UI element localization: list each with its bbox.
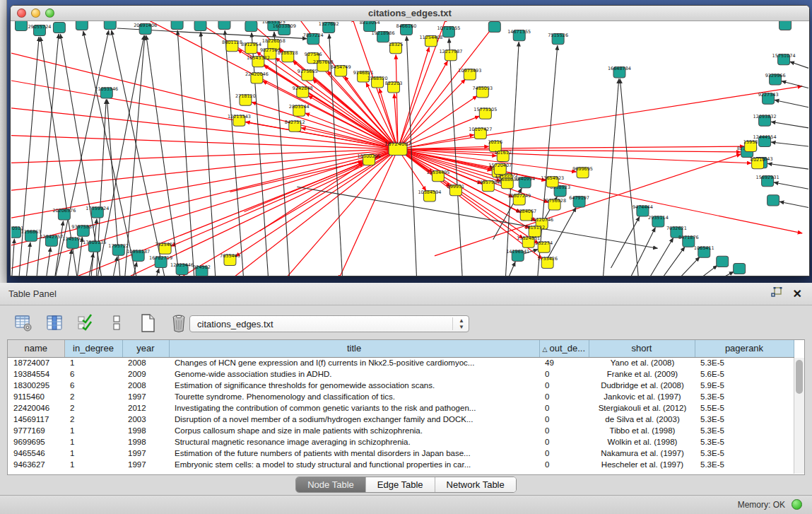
table-cell[interactable]: 9699695	[8, 436, 64, 448]
table-cell[interactable]: 0	[539, 436, 589, 448]
table-cell[interactable]: 18724007	[8, 357, 64, 368]
table-cell[interactable]: 2008	[122, 357, 169, 368]
table-selector[interactable]: citations_edges.txt ▲▼	[189, 315, 469, 332]
network-node[interactable]: 822203	[385, 81, 403, 93]
network-node[interactable]	[767, 195, 779, 206]
network-node[interactable]: 8454749	[331, 64, 351, 76]
table-row[interactable]: 1830029562008Estimation of significance …	[8, 380, 794, 391]
network-node[interactable]: 924502	[193, 264, 211, 276]
column-header-indegree[interactable]: in_degree	[64, 340, 122, 357]
table-cell[interactable]: 9465546	[8, 448, 64, 459]
column-header-short[interactable]: short	[589, 340, 695, 357]
table-cell[interactable]: 5.9E-5	[695, 380, 794, 391]
network-node[interactable]: 18807249	[507, 193, 531, 205]
network-node[interactable]: 11534495	[426, 170, 449, 182]
network-graph[interactable]: 2905572420691406106553251527602846616010…	[11, 21, 809, 276]
table-cell[interactable]: 6	[64, 380, 122, 391]
network-node[interactable]: 17359924	[86, 206, 109, 218]
network-node[interactable]	[717, 256, 729, 267]
table-cell[interactable]: 5.3E-5	[695, 459, 794, 470]
table-cell[interactable]: 2003	[122, 414, 169, 425]
network-node[interactable]: 16648784	[608, 66, 631, 78]
table-cell[interactable]: Structural magnetic resonance image aver…	[169, 436, 539, 448]
table-cell[interactable]: 0	[539, 402, 589, 414]
table-cell[interactable]: 0	[539, 459, 589, 470]
network-node[interactable]: 1527602	[319, 21, 339, 33]
table-row[interactable]: 946554611997Estimation of the future num…	[8, 448, 794, 459]
select-all-columns-icon[interactable]	[75, 313, 96, 334]
network-window-titlebar[interactable]: citations_edges.txt	[11, 6, 809, 21]
network-canvas[interactable]: 2905572420691406106553251527602846616010…	[11, 21, 809, 276]
table-cell[interactable]: de Silva et al. (2003)	[589, 414, 695, 425]
network-node[interactable]: 12093832	[753, 114, 777, 126]
network-node[interactable]: 79756928	[543, 198, 566, 210]
table-cell[interactable]: 2	[64, 391, 122, 402]
network-node[interactable]: 8466160	[396, 23, 417, 35]
network-node[interactable]: 1795722	[108, 243, 129, 255]
network-node[interactable]: 15692931	[756, 175, 779, 187]
network-node[interactable]: 12217987	[439, 49, 462, 61]
table-cell[interactable]: Nakamura et al. (1997)	[589, 448, 695, 459]
table-cell[interactable]: 0	[539, 414, 589, 425]
network-node[interactable]: 20691406	[134, 23, 157, 35]
column-header-title[interactable]: title	[169, 340, 539, 357]
close-panel-icon[interactable]: ✕	[793, 288, 802, 300]
table-row[interactable]: 1938455462009Genome-wide association stu…	[8, 368, 794, 380]
network-node[interactable]	[53, 23, 65, 33]
unselect-all-columns-icon[interactable]	[106, 313, 127, 334]
table-cell[interactable]: 22420046	[8, 402, 64, 414]
table-cell[interactable]: 5.5E-5	[695, 402, 794, 414]
table-cell[interactable]: Embryonic stem cells: a model to study s…	[169, 459, 539, 470]
network-node[interactable]: 9227343	[758, 92, 779, 104]
network-node[interactable]	[76, 21, 88, 30]
network-node[interactable]	[194, 21, 206, 31]
network-node[interactable]: 10210	[751, 157, 765, 169]
network-node[interactable]: 7635443	[220, 253, 240, 265]
table-cell[interactable]: Estimation of the future numbers of pati…	[169, 448, 539, 459]
network-node[interactable]: 20206576	[52, 208, 76, 220]
table-cell[interactable]: Tibbo et al. (1998)	[589, 425, 695, 436]
table-row[interactable]: 946362711997Embryonic stem cells: a mode…	[8, 459, 794, 470]
table-cell[interactable]: 5.6E-5	[695, 368, 794, 380]
table-cell[interactable]: Stergiakouli et al. (2012)	[589, 402, 695, 414]
network-node[interactable]	[104, 21, 116, 30]
table-cell[interactable]: 2008	[122, 380, 169, 391]
table-cell[interactable]: Yano et al. (2008)	[589, 357, 695, 368]
network-node[interactable]	[15, 21, 27, 31]
network-node[interactable]: 21053346	[95, 86, 118, 98]
table-cell[interactable]: 5.3E-5	[695, 357, 794, 368]
table-scrollbar[interactable]	[794, 358, 804, 474]
network-node[interactable]: 101612	[494, 150, 512, 162]
network-node[interactable]: 15958	[743, 139, 758, 151]
network-node[interactable]: 19218986	[372, 30, 395, 42]
table-cell[interactable]: Estimation of significance thresholds fo…	[169, 380, 539, 391]
table-cell[interactable]: 49	[539, 357, 589, 368]
tab-edge-table[interactable]: Edge Table	[366, 477, 435, 492]
table-cell[interactable]: 19384554	[8, 368, 64, 380]
table-cell[interactable]: 1	[64, 459, 122, 470]
network-node[interactable]: 7485033	[472, 86, 493, 98]
table-cell[interactable]: 0	[539, 368, 589, 380]
network-node[interactable]: 10973493	[458, 68, 481, 80]
table-cell[interactable]: 1	[64, 448, 122, 459]
table-cell[interactable]: Jankovic et al. (1997)	[589, 391, 695, 402]
table-cell[interactable]: 9115460	[8, 391, 64, 402]
table-cell[interactable]: 9463627	[8, 459, 64, 470]
column-header-year[interactable]: year	[122, 340, 169, 357]
network-node[interactable]: 10107427	[469, 127, 492, 139]
table-row[interactable]: 969969511998Structural magnetic resonanc…	[8, 436, 794, 448]
table-cell[interactable]: 5.3E-5	[695, 425, 794, 436]
network-node[interactable]: 9329966	[765, 73, 786, 85]
network-node[interactable]	[218, 21, 230, 30]
network-node[interactable]: 1733426	[537, 256, 558, 268]
table-cell[interactable]: 2012	[122, 402, 169, 414]
network-node[interactable]: 2803144	[289, 104, 310, 116]
network-node[interactable]: 8601128	[222, 40, 242, 52]
network-node[interactable]: 252274	[535, 240, 553, 252]
network-node[interactable]: 14671355	[507, 29, 531, 41]
table-cell[interactable]: 1998	[122, 425, 169, 436]
network-node[interactable]	[488, 22, 500, 33]
table-cell[interactable]: 2	[64, 414, 122, 425]
table-cell[interactable]: Changes of HCN gene expression and I(f) …	[169, 357, 539, 368]
delete-trash-icon[interactable]	[168, 313, 189, 334]
